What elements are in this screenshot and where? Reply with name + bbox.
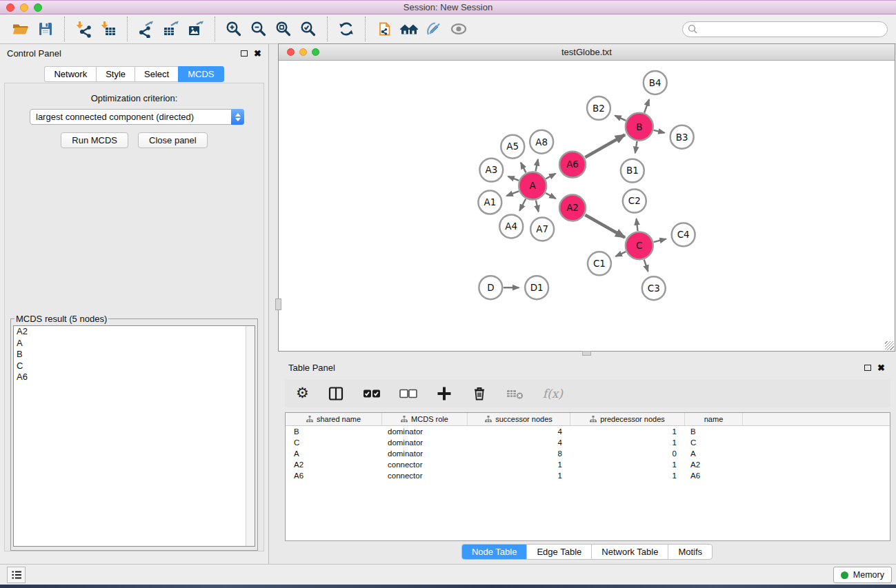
tab-node-table[interactable]: Node Table xyxy=(462,545,528,559)
search-icon xyxy=(688,24,698,34)
criterion-value: largest connected component (directed) xyxy=(30,112,231,122)
node-label-B: B xyxy=(636,122,642,132)
zoom-out-button[interactable] xyxy=(246,17,271,41)
table-row[interactable]: A2connector11A2 xyxy=(286,459,890,470)
save-session-button[interactable] xyxy=(33,17,58,41)
edge-A-A5[interactable] xyxy=(521,163,526,173)
scrollbar-track[interactable] xyxy=(246,326,255,546)
column-header-label: predecessor nodes xyxy=(600,415,665,423)
edge-B-B4[interactable] xyxy=(644,99,649,112)
function-builder-button[interactable]: f(x) xyxy=(543,387,563,401)
zoom-selected-button[interactable] xyxy=(296,17,321,41)
birdseye-side-handle[interactable] xyxy=(275,298,281,310)
tab-style[interactable]: Style xyxy=(96,66,135,82)
table-panel: Table Panel ✖ ⚙ xyxy=(278,358,896,564)
mcds-result-item[interactable]: A xyxy=(14,338,255,349)
table-cell: A6 xyxy=(286,472,382,480)
clone-network-button[interactable] xyxy=(372,17,397,41)
show-panels-button[interactable] xyxy=(7,567,26,583)
delete-columns-button[interactable] xyxy=(471,385,488,402)
table-cell: 1 xyxy=(468,472,570,480)
zoom-selected-icon xyxy=(299,20,317,38)
column-header-successor-nodes[interactable]: successor nodes xyxy=(468,413,570,425)
export-table-button[interactable] xyxy=(159,17,183,41)
search-input[interactable] xyxy=(698,24,882,34)
column-header-MCDS-role[interactable]: MCDS role xyxy=(382,413,468,425)
column-header-shared-name[interactable]: shared name xyxy=(286,413,382,425)
tab-mcds[interactable]: MCDS xyxy=(178,66,223,82)
table-row[interactable]: Cdominator41C xyxy=(286,437,890,448)
export-network-button[interactable] xyxy=(134,17,159,41)
refresh-layout-button[interactable] xyxy=(334,17,359,41)
network-canvas[interactable]: B4B2BB3A8A5A6A3B1AA1C2A2A4A7C4CC1C3DD1 xyxy=(279,61,895,351)
edge-A-A1[interactable] xyxy=(506,191,519,196)
import-network-button[interactable] xyxy=(71,17,96,41)
float-panel-icon[interactable] xyxy=(241,50,248,57)
mcds-result-item[interactable]: B xyxy=(14,349,255,361)
control-panel-tabs: Network Style Select MCDS xyxy=(0,66,268,82)
import-table-icon xyxy=(99,20,117,38)
memory-button[interactable]: Memory xyxy=(833,567,892,583)
edge-C-C4[interactable] xyxy=(654,239,666,242)
edge-C-C1[interactable] xyxy=(616,252,626,256)
table-row[interactable]: Adominator80A xyxy=(286,448,890,459)
checked-boxes-icon xyxy=(363,389,381,398)
edge-C-C3[interactable] xyxy=(644,260,648,272)
mcds-result-item[interactable]: A2 xyxy=(14,326,255,338)
table-close-panel-icon[interactable]: ✖ xyxy=(877,363,885,373)
annotation-mode-button[interactable] xyxy=(421,17,446,41)
tab-motifs[interactable]: Motifs xyxy=(668,545,712,559)
mcds-result-item[interactable]: A6 xyxy=(14,372,255,383)
import-table-button[interactable] xyxy=(96,17,121,41)
table-float-panel-icon[interactable] xyxy=(864,365,871,371)
criterion-dropdown[interactable]: largest connected component (directed) xyxy=(30,109,244,125)
cybrowser-home-button[interactable] xyxy=(397,17,421,41)
tab-edge-table[interactable]: Edge Table xyxy=(527,545,592,559)
node-label-A8: A8 xyxy=(535,137,548,148)
zoom-fit-button[interactable] xyxy=(271,17,296,41)
close-panel-button[interactable]: Close panel xyxy=(138,132,208,148)
home-houses-icon xyxy=(399,20,419,38)
run-mcds-button[interactable]: Run MCDS xyxy=(61,132,128,148)
column-header-predecessor-nodes[interactable]: predecessor nodes xyxy=(570,413,685,425)
table-row[interactable]: Bdominator41B xyxy=(286,426,890,437)
window-resize-grip[interactable] xyxy=(885,341,894,350)
edge-B-B1[interactable] xyxy=(635,141,637,153)
edge-A-A4[interactable] xyxy=(519,199,526,211)
dropdown-stepper-icon xyxy=(231,109,244,125)
edge-A2-C[interactable] xyxy=(585,215,625,238)
mcds-result-item[interactable]: C xyxy=(14,361,255,372)
node-table[interactable]: shared nameMCDS rolesuccessor nodesprede… xyxy=(285,412,890,541)
edge-C-C2[interactable] xyxy=(637,219,638,231)
edge-A6-B[interactable] xyxy=(585,135,625,158)
export-image-button[interactable] xyxy=(183,17,208,41)
toolbar-separator xyxy=(365,17,366,41)
column-tree-icon xyxy=(401,416,408,423)
column-settings-button[interactable]: ⚙ xyxy=(296,386,309,401)
tab-select[interactable]: Select xyxy=(135,66,178,82)
show-hide-graphics-button[interactable] xyxy=(446,17,471,41)
open-session-button[interactable] xyxy=(8,17,33,41)
select-all-rows-button[interactable] xyxy=(363,389,381,398)
column-tree-icon xyxy=(485,416,492,423)
edge-A-A8[interactable] xyxy=(535,159,537,171)
edge-B-B2[interactable] xyxy=(615,116,626,121)
add-column-button[interactable] xyxy=(436,385,452,402)
table-row[interactable]: A6connector11A6 xyxy=(286,470,890,481)
zoom-in-button[interactable] xyxy=(221,17,246,41)
tab-network-table[interactable]: Network Table xyxy=(592,545,668,559)
edge-A-A2[interactable] xyxy=(546,193,556,199)
birdseye-bottom-handle[interactable] xyxy=(582,351,591,356)
edge-A-A7[interactable] xyxy=(536,201,539,212)
edge-A-A3[interactable] xyxy=(508,176,519,181)
close-panel-icon[interactable]: ✖ xyxy=(254,48,261,59)
deselect-all-rows-button[interactable] xyxy=(399,389,417,398)
edge-A-A6[interactable] xyxy=(546,174,555,179)
show-columns-button[interactable] xyxy=(328,385,344,402)
network-window-titlebar[interactable]: testGlobe.txt xyxy=(279,44,895,61)
delete-table-button[interactable] xyxy=(506,387,524,400)
tab-network[interactable]: Network xyxy=(44,66,96,82)
edge-B-B3[interactable] xyxy=(654,130,665,133)
column-header-name[interactable]: name xyxy=(685,413,743,425)
node-label-C: C xyxy=(636,241,642,251)
